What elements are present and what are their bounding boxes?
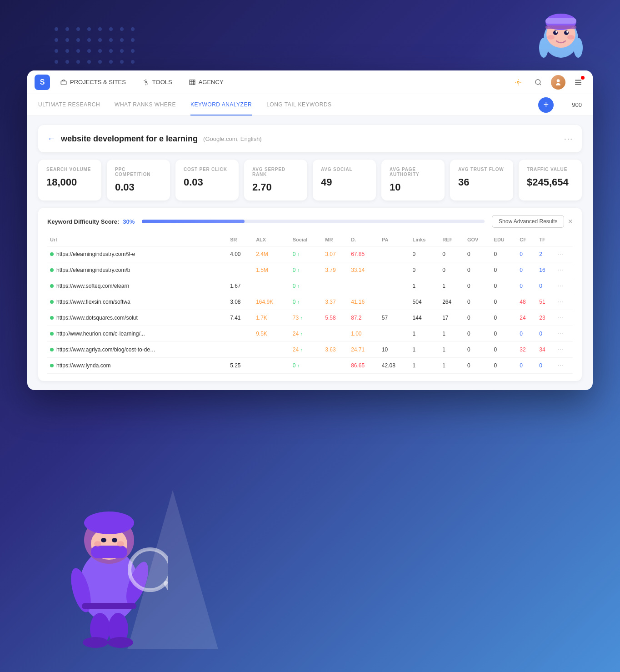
row-url-cell: https://www.agriya.com/blog/cost-to-deve… <box>47 342 227 358</box>
stat-serped-value: 2.70 <box>252 181 299 193</box>
close-difficulty-button[interactable]: × <box>568 217 573 226</box>
row-menu-button[interactable]: ⋯ <box>555 342 573 358</box>
row-gov: 0 <box>465 246 491 262</box>
table-row: http://www.heurion.com/e-learning/... 9.… <box>47 326 573 342</box>
status-dot <box>50 300 54 304</box>
svg-point-5 <box>564 30 569 35</box>
row-sr: 4.00 <box>227 246 253 262</box>
row-sr: 5.25 <box>227 358 253 374</box>
row-edu: 0 <box>491 294 517 310</box>
col-social: Social <box>290 233 323 246</box>
tab-keyword-analyzer[interactable]: KEYWORD ANALYZER <box>190 94 252 115</box>
svg-point-34 <box>517 81 519 83</box>
row-menu-button[interactable]: ⋯ <box>555 326 573 342</box>
row-menu-button[interactable]: ⋯ <box>555 358 573 374</box>
keyword-header: ← website development for e learning (Go… <box>38 125 582 152</box>
table-row: https://www.flexsin.com/softwa 3.08 164.… <box>47 294 573 310</box>
nav-projects-sites[interactable]: PROJECTS & SITES <box>54 76 132 89</box>
row-cf: 48 <box>517 294 536 310</box>
row-social: 0 ↑ <box>290 262 323 278</box>
stat-search-volume-value: 18,000 <box>46 176 93 188</box>
row-menu-button[interactable]: ⋯ <box>555 278 573 294</box>
row-pa <box>379 246 410 262</box>
row-menu-button[interactable]: ⋯ <box>555 310 573 326</box>
stat-social-label: AVG SOCIAL <box>321 167 368 172</box>
row-tf: 2 <box>536 246 555 262</box>
row-mr: 3.07 <box>322 246 348 262</box>
col-cf: CF <box>517 233 536 246</box>
row-d: 33.14 <box>348 262 379 278</box>
status-dot <box>50 364 54 367</box>
row-edu: 0 <box>491 342 517 358</box>
back-button[interactable]: ← <box>47 134 55 144</box>
stat-avg-page-authority: AVG PAGE AUTHORITY 10 <box>381 160 445 201</box>
building-icon <box>189 79 196 86</box>
location-button[interactable] <box>511 75 525 90</box>
row-url-cell: https://www.softeq.com/elearn <box>47 278 227 294</box>
status-dot <box>50 284 54 288</box>
svg-point-32 <box>145 81 147 83</box>
sub-nav: ULTIMATE RESEARCH WHAT RANKS WHERE KEYWO… <box>27 94 593 116</box>
difficulty-score: 30% <box>123 218 135 225</box>
row-links: 0 <box>410 246 440 262</box>
difficulty-label: Keyword Difficulty Score: <box>47 218 119 225</box>
logo[interactable]: S <box>35 75 50 90</box>
tab-ultimate-research[interactable]: ULTIMATE RESEARCH <box>38 94 100 115</box>
svg-point-23 <box>130 549 168 590</box>
nav-agency[interactable]: AGENCY <box>182 76 230 89</box>
svg-point-30 <box>84 512 134 534</box>
svg-rect-33 <box>190 80 195 85</box>
menu-button-wrapper <box>571 75 585 90</box>
row-ref: 1 <box>440 342 465 358</box>
row-url-cell: https://www.lynda.com <box>47 358 227 374</box>
tab-what-ranks-where[interactable]: WHAT RANKS WHERE <box>115 94 176 115</box>
row-pa <box>379 294 410 310</box>
stat-cpc-value: 0.03 <box>184 176 230 188</box>
stat-avg-trust-flow: AVG TRUST FLOW 36 <box>450 160 513 201</box>
avatar <box>551 75 565 90</box>
show-advanced-button[interactable]: Show Advanced Results <box>492 215 564 228</box>
row-menu-button[interactable]: ⋯ <box>555 294 573 310</box>
row-mr: 3.37 <box>322 294 348 310</box>
wrench-icon <box>142 79 150 86</box>
keyword-menu-button[interactable]: ⋯ <box>564 133 573 144</box>
row-social: 24 ↑ <box>290 342 323 358</box>
difficulty-section: Keyword Difficulty Score: 30% Show Advan… <box>38 208 582 381</box>
status-dot <box>50 268 54 272</box>
row-ref: 0 <box>440 246 465 262</box>
col-pa: PA <box>379 233 410 246</box>
row-links: 1 <box>410 358 440 374</box>
row-ref: 17 <box>440 310 465 326</box>
row-links: 504 <box>410 294 440 310</box>
search-button[interactable] <box>531 75 545 90</box>
row-alx <box>253 358 290 374</box>
row-menu-button[interactable]: ⋯ <box>555 262 573 278</box>
add-button[interactable]: + <box>538 97 554 113</box>
stat-pa-value: 10 <box>390 181 436 193</box>
stat-ppc-competition: PPC COMPETITION 0.03 <box>107 160 170 201</box>
row-d: 86.65 <box>348 358 379 374</box>
row-gov: 0 <box>465 358 491 374</box>
stat-tf-value: 36 <box>458 176 505 188</box>
url-text: https://elearningindustry.com/9-e <box>56 251 135 257</box>
row-d: 41.16 <box>348 294 379 310</box>
stat-tv-label: TRAFFIC VALUE <box>527 167 574 172</box>
svg-point-12 <box>574 38 583 58</box>
stat-avg-serped-rank: AVG SERPED RANK 2.70 <box>244 160 307 201</box>
row-sr <box>227 342 253 358</box>
svg-point-9 <box>567 35 575 40</box>
status-dot <box>50 252 54 256</box>
row-gov: 0 <box>465 262 491 278</box>
row-edu: 0 <box>491 310 517 326</box>
row-social: 0 ↑ <box>290 358 323 374</box>
row-tf: 0 <box>536 358 555 374</box>
tab-long-tail-keywords[interactable]: LONG TAIL KEYWORDS <box>266 94 331 115</box>
row-ref: 0 <box>440 262 465 278</box>
url-text: https://www.softeq.com/elearn <box>56 283 129 289</box>
row-sr <box>227 326 253 342</box>
nav-tools[interactable]: TOOLS <box>136 76 179 89</box>
keyword-title: website development for e learning <box>61 134 198 144</box>
row-d: 67.85 <box>348 246 379 262</box>
row-social: 24 ↑ <box>290 326 323 342</box>
row-menu-button[interactable]: ⋯ <box>555 246 573 262</box>
